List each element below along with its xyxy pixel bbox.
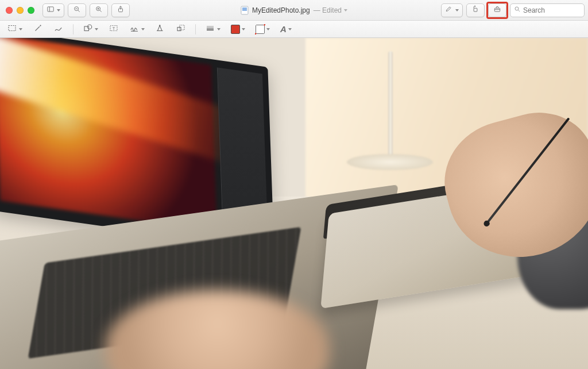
photo-sleeve — [517, 177, 588, 309]
adjust-size-icon — [176, 23, 186, 35]
document-edited-status: — Edited — [314, 6, 347, 14]
svg-line-6 — [100, 10, 102, 12]
selection-tool-button[interactable] — [5, 23, 25, 36]
svg-line-3 — [78, 10, 80, 12]
sidebar-view-button[interactable] — [42, 3, 64, 17]
fill-color-swatch — [256, 25, 265, 34]
share-button[interactable] — [111, 3, 130, 17]
wand-icon — [33, 23, 43, 35]
window-titlebar: MyEditedPhoto.jpg — Edited — [0, 0, 588, 21]
line-weight-icon — [205, 23, 215, 35]
fill-color-button[interactable] — [253, 23, 272, 36]
photo-left-hand — [106, 290, 329, 369]
photo-laptop-base — [0, 184, 399, 369]
border-color-swatch — [231, 25, 240, 34]
svg-line-17 — [519, 10, 520, 12]
adjust-color-icon — [155, 23, 165, 35]
svg-text:T: T — [113, 26, 115, 31]
share-icon — [117, 5, 125, 15]
window-controls — [6, 7, 34, 14]
marker-icon — [445, 5, 453, 15]
instant-alpha-button[interactable] — [30, 23, 45, 36]
toolbar-separator — [73, 24, 74, 34]
search-input[interactable] — [523, 6, 581, 14]
zoom-out-icon — [73, 5, 81, 15]
document-title[interactable]: MyEditedPhoto.jpg — Edited — [241, 6, 347, 15]
rotate-icon — [471, 5, 479, 15]
minimize-window-button[interactable] — [17, 7, 24, 14]
text-style-button[interactable]: A — [278, 23, 294, 36]
photo-right-hand — [431, 100, 588, 274]
svg-point-27 — [160, 25, 161, 26]
adjust-color-button[interactable] — [153, 23, 168, 36]
search-field[interactable] — [510, 3, 585, 17]
markup-toolbar-button[interactable] — [488, 3, 506, 17]
shape-style-button[interactable] — [203, 23, 223, 36]
zoom-in-icon — [95, 5, 103, 15]
selection-icon — [7, 23, 17, 35]
svg-rect-18 — [9, 26, 16, 31]
document-filename: MyEditedPhoto.jpg — [252, 6, 310, 14]
svg-rect-14 — [494, 8, 500, 11]
document-icon — [241, 6, 249, 15]
adjust-size-button[interactable] — [173, 23, 188, 36]
fullscreen-window-button[interactable] — [28, 7, 34, 14]
svg-rect-13 — [474, 8, 477, 11]
photo-lamp-base — [347, 154, 433, 170]
rotate-button[interactable] — [466, 3, 485, 17]
font-style-icon: A — [280, 24, 287, 34]
shapes-icon — [83, 23, 93, 35]
photo-keyboard — [28, 227, 301, 359]
sign-button[interactable] — [127, 23, 147, 36]
toolbar-separator — [195, 24, 196, 34]
border-color-button[interactable] — [229, 23, 247, 36]
toolbox-icon — [493, 5, 501, 15]
svg-rect-12 — [242, 7, 247, 11]
search-icon — [514, 6, 521, 14]
close-window-button[interactable] — [6, 7, 13, 14]
svg-rect-0 — [48, 7, 54, 11]
svg-rect-29 — [177, 28, 181, 31]
photo-background — [305, 38, 588, 369]
photo-laptop-screen — [0, 38, 273, 251]
zoom-in-button[interactable] — [90, 3, 108, 17]
image-canvas[interactable] — [0, 38, 588, 369]
photo-tablet-edge — [323, 168, 559, 239]
shapes-button[interactable] — [80, 23, 100, 36]
text-icon: T — [109, 23, 119, 35]
photo-lamp — [388, 51, 393, 160]
photo-desk — [0, 197, 588, 369]
svg-point-23 — [87, 25, 92, 29]
zoom-out-button[interactable] — [68, 3, 86, 17]
sketch-button[interactable] — [51, 23, 66, 36]
markup-toolbar: T A — [0, 21, 588, 38]
sidebar-icon — [47, 5, 55, 15]
signature-icon — [129, 23, 140, 35]
photo-tablet — [320, 177, 561, 309]
svg-point-16 — [515, 7, 519, 10]
svg-line-19 — [36, 26, 40, 31]
pencil-draw-icon — [53, 23, 64, 35]
highlight-button[interactable] — [441, 3, 463, 17]
text-tool-button[interactable]: T — [106, 23, 121, 36]
photo-stylus — [486, 117, 570, 223]
